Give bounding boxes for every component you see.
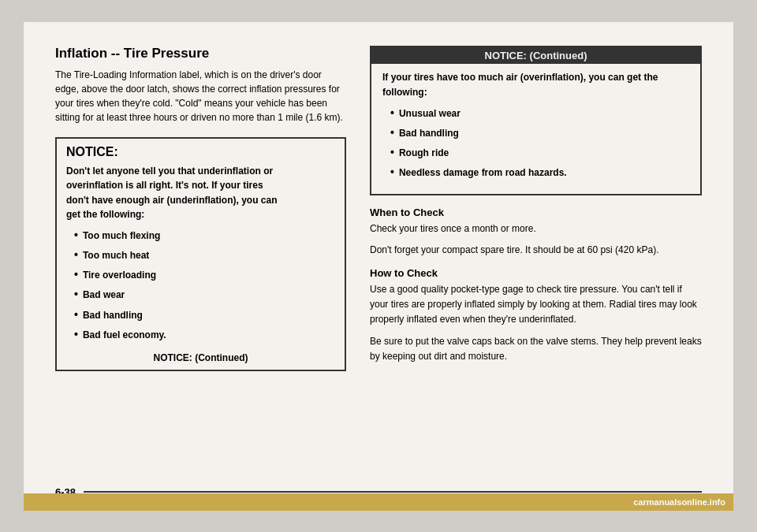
list-item: Rough ride xyxy=(390,143,689,162)
content-area: Inflation -- Tire Pressure The Tire-Load… xyxy=(55,46,702,471)
notice-continued-intro-text: If your tires have too much air (overinf… xyxy=(382,72,658,98)
continued-label: NOTICE: (Continued) xyxy=(66,352,335,363)
how-to-check-body1: Use a good quality pocket-type gage to c… xyxy=(370,282,702,328)
notice-continued-box: NOTICE: (Continued) If your tires have t… xyxy=(370,46,702,195)
list-item: Bad handling xyxy=(390,123,689,143)
list-item: Bad wear xyxy=(74,285,335,304)
when-to-check-body: Check your tires once a month or more. xyxy=(370,221,702,236)
notice-body-line4: get the following: xyxy=(66,209,144,220)
notice-body-line3: don't have enough air (underinflation), … xyxy=(66,195,278,206)
notice-continued-intro: If your tires have too much air (overinf… xyxy=(382,70,689,183)
intro-text: The Tire-Loading Information label, whic… xyxy=(55,68,346,125)
list-item: Bad fuel economy. xyxy=(74,325,335,344)
overinflation-bullet-list: Unusual wear Bad handling Rough ride Nee… xyxy=(382,103,689,183)
notice-body-line1: Don't let anyone tell you that underinfl… xyxy=(66,166,273,177)
when-to-check-title: When to Check xyxy=(370,206,702,218)
list-item: Bad handling xyxy=(74,305,335,325)
notice-body-line2: overinflation is all right. It's not. If… xyxy=(66,180,263,191)
underinflation-bullet-list: Too much flexing Too much heat Tire over… xyxy=(66,225,335,344)
page-container: Inflation -- Tire Pressure The Tire-Load… xyxy=(24,22,733,511)
watermark-text: carmanualsonline.info xyxy=(633,497,725,507)
list-item: Too much flexing xyxy=(74,225,335,245)
notice-continued-title: NOTICE: (Continued) xyxy=(371,47,700,64)
when-to-check-body2: Don't forget your compact spare tire. It… xyxy=(370,243,702,258)
how-to-check-title: How to Check xyxy=(370,267,702,279)
notice-body: Don't let anyone tell you that underinfl… xyxy=(66,164,335,222)
notice-title: NOTICE: xyxy=(66,145,335,159)
list-item: Tire overloading xyxy=(74,265,335,285)
list-item: Unusual wear xyxy=(390,103,689,123)
section-title: Inflation -- Tire Pressure xyxy=(55,46,346,61)
list-item: Needless damage from road hazards. xyxy=(390,162,689,182)
left-column: Inflation -- Tire Pressure The Tire-Load… xyxy=(55,46,346,471)
list-item: Too much heat xyxy=(74,245,335,265)
right-column: NOTICE: (Continued) If your tires have t… xyxy=(370,46,702,471)
watermark-bar: carmanualsonline.info xyxy=(24,493,733,511)
how-to-check-body2: Be sure to put the valve caps back on th… xyxy=(370,334,702,364)
notice-box: NOTICE: Don't let anyone tell you that u… xyxy=(55,137,346,372)
